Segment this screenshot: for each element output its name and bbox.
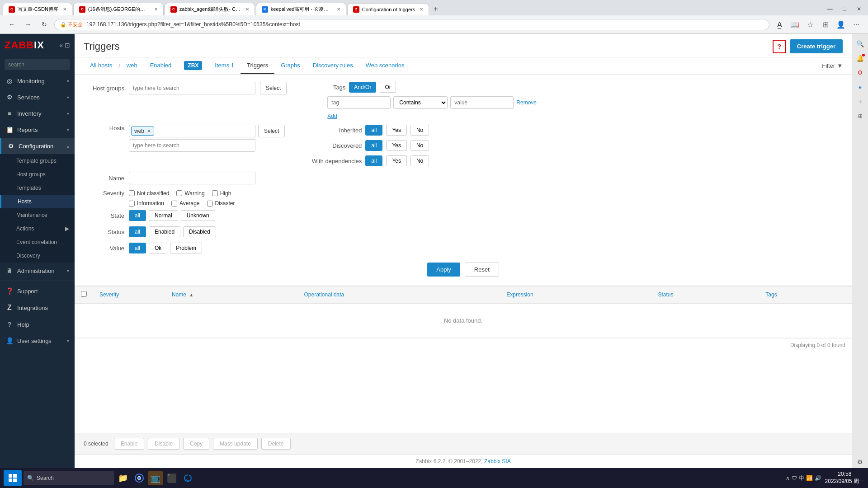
taskbar-volume-icon[interactable]: 🔊 [815, 475, 821, 481]
severity-disaster[interactable]: Disaster [207, 200, 235, 206]
tab-close-4[interactable]: ✕ [337, 7, 340, 12]
taskbar-search[interactable]: 🔍 Search [24, 471, 114, 485]
sidebar-item-reports[interactable]: 📋 Reports ▾ [0, 122, 75, 138]
with-deps-yes-btn[interactable]: Yes [386, 155, 407, 166]
tag-operator-select[interactable]: Contains [393, 96, 448, 109]
sidebar-item-services[interactable]: ⚙ Services ▾ [0, 89, 75, 105]
col-header-status[interactable]: Status [651, 286, 759, 303]
tag-value-input[interactable] [450, 96, 514, 109]
sidebar-sub-maintenance[interactable]: Maintenance [0, 208, 75, 222]
filter-toggle-btn[interactable]: Filter ▼ [822, 62, 843, 69]
severity-disaster-cb[interactable] [207, 201, 213, 206]
footer-link[interactable]: Zabbix SIA [484, 458, 511, 465]
subnav-enabled[interactable]: Enabled [144, 57, 178, 74]
copy-btn[interactable]: Copy [183, 438, 209, 450]
edge-settings-icon[interactable]: ⚙ [854, 455, 867, 468]
favorites-btn[interactable]: ☆ [804, 18, 816, 31]
discovered-yes-btn[interactable]: Yes [386, 140, 407, 151]
taskbar-time[interactable]: 20:58 2022/09/05 周一 [825, 471, 864, 485]
sidebar-item-administration[interactable]: 🖥 Administration ▾ [0, 263, 75, 279]
col-header-operational-data[interactable]: Operational data [298, 286, 500, 303]
host-groups-select-btn[interactable]: Select [260, 82, 287, 94]
status-disabled-btn[interactable]: Disabled [183, 226, 216, 237]
sidebar-sub-template-groups[interactable]: Template groups [0, 154, 75, 168]
status-enabled-btn[interactable]: Enabled [149, 226, 180, 237]
sidebar-item-monitoring[interactable]: ◎ Monitoring ▾ [0, 73, 75, 89]
profile-btn[interactable]: 👤 [835, 18, 847, 31]
edge-notifications-icon[interactable]: 🔔 [854, 52, 867, 65]
severity-high-cb[interactable] [212, 190, 218, 196]
start-button[interactable] [4, 470, 22, 486]
state-all-btn[interactable]: all [129, 210, 146, 221]
severity-average[interactable]: Average [171, 200, 199, 206]
host-tag-close[interactable]: ✕ [147, 128, 151, 134]
taskbar-files[interactable]: 📁 [116, 471, 130, 485]
sidebar-item-support[interactable]: ❓ Support [0, 283, 75, 299]
sidebar-sub-templates[interactable]: Templates [0, 181, 75, 195]
state-normal-btn[interactable]: Normal [149, 210, 178, 221]
tab-5-active[interactable]: Z Configuration of triggers ✕ [347, 3, 429, 15]
status-all-btn[interactable]: all [129, 226, 146, 237]
severity-not-classified[interactable]: Not classified [129, 190, 169, 197]
col-header-expression[interactable]: Expression [500, 286, 651, 303]
discovered-no-btn[interactable]: No [410, 140, 429, 151]
inherited-no-btn[interactable]: No [410, 125, 429, 136]
close-btn[interactable]: ✕ [853, 3, 865, 15]
sidebar-expand-btn[interactable]: ⊡ [65, 42, 70, 49]
taskbar-antivirus-icon[interactable]: 🛡 [792, 475, 797, 481]
tab-3[interactable]: C zabbix_agent编译失败- CSDN搜 ✕ [165, 3, 255, 15]
subnav-zbx[interactable]: ZBX [178, 57, 208, 74]
disable-btn[interactable]: Disable [148, 438, 179, 450]
host-groups-input[interactable] [129, 82, 255, 94]
value-all-btn[interactable]: all [129, 243, 146, 253]
tag-name-input[interactable] [327, 96, 391, 109]
tab-close-2[interactable]: ✕ [154, 7, 158, 12]
forward-btn[interactable]: → [22, 18, 34, 31]
tag-remove-link[interactable]: Remove [516, 99, 537, 106]
severity-warning-cb[interactable] [176, 190, 182, 196]
subnav-all-hosts[interactable]: All hosts [84, 57, 118, 74]
taskbar-remote[interactable]: 📺 [148, 471, 163, 485]
tab-close-1[interactable]: ✕ [63, 7, 66, 12]
taskbar-lang-icon[interactable]: 中 [799, 474, 804, 482]
tags-andor-btn[interactable]: And/Or [349, 82, 376, 93]
collections-btn[interactable]: ⊞ [819, 18, 832, 31]
sidebar-collapse-btn[interactable]: « [59, 42, 63, 49]
col-header-name[interactable]: Name ▲ [165, 286, 298, 303]
reset-button[interactable]: Reset [465, 263, 499, 277]
hosts-select-btn[interactable]: Select [258, 125, 285, 137]
taskbar-wifi-icon[interactable]: 📶 [806, 475, 813, 481]
with-deps-all-btn[interactable]: all [365, 155, 382, 166]
translate-btn[interactable]: A̲ [773, 18, 786, 31]
tab-close-3[interactable]: ✕ [245, 7, 249, 12]
sidebar-sub-hosts[interactable]: Hosts [0, 195, 75, 208]
minimize-btn[interactable]: ─ [824, 3, 836, 15]
subnav-discovery-rules[interactable]: Discovery rules [307, 57, 359, 74]
tab-close-5[interactable]: ✕ [420, 7, 423, 12]
reader-btn[interactable]: 📖 [788, 18, 801, 31]
sidebar-sub-event-correlation[interactable]: Event correlation [0, 235, 75, 249]
value-problem-btn[interactable]: Problem [170, 243, 202, 253]
taskbar-edge[interactable] [181, 471, 195, 485]
address-bar[interactable]: 🔒 不安全 192.168.171.136/triggers.php?filte… [54, 19, 769, 30]
severity-warning[interactable]: Warning [176, 190, 204, 197]
with-deps-no-btn[interactable]: No [410, 155, 429, 166]
select-all-checkbox[interactable] [81, 291, 87, 297]
taskbar-terminal[interactable]: ⬛ [165, 471, 179, 485]
value-ok-btn[interactable]: Ok [149, 243, 167, 253]
tags-or-btn[interactable]: Or [380, 82, 396, 93]
maximize-btn[interactable]: □ [838, 3, 851, 15]
subnav-web[interactable]: web [120, 57, 144, 74]
col-header-tags[interactable]: Tags [759, 286, 852, 303]
edge-add-icon[interactable]: + [854, 95, 867, 108]
edge-office-icon[interactable]: O [854, 66, 867, 79]
state-unknown-btn[interactable]: Unknown [181, 210, 215, 221]
edge-window-icon[interactable]: ⊞ [854, 110, 867, 122]
sidebar-item-inventory[interactable]: ≡ Inventory ▾ [0, 105, 75, 122]
sidebar-sub-host-groups[interactable]: Host groups [0, 168, 75, 181]
severity-information-cb[interactable] [129, 201, 135, 206]
tag-add-link[interactable]: Add [327, 113, 337, 119]
subnav-web-scenarios[interactable]: Web scenarios [359, 57, 411, 74]
col-header-severity[interactable]: Severity [93, 286, 165, 303]
new-tab-button[interactable]: + [430, 3, 441, 15]
